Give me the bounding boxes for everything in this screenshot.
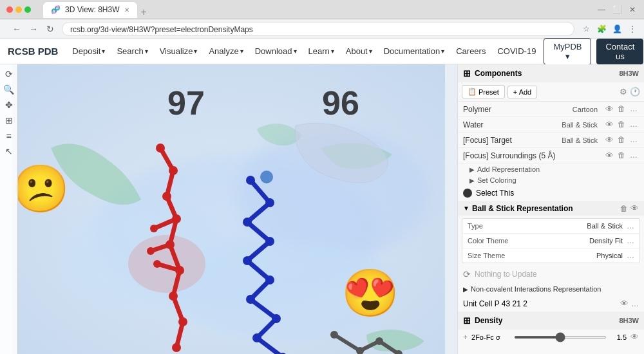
set-coloring-row[interactable]: ▶ Set Coloring bbox=[458, 174, 644, 185]
density-header: ⊞ Density 8H3W bbox=[458, 312, 644, 330]
refresh-icon[interactable]: ⟳ bbox=[463, 269, 471, 279]
zoom-btn[interactable]: 🔍 bbox=[2, 82, 16, 97]
water-vis-icon[interactable]: 👁 bbox=[604, 120, 614, 129]
mypdb-btn[interactable]: MyPDB ▾ bbox=[544, 38, 591, 65]
water-row[interactable]: Water Ball & Stick 👁 🗑 … bbox=[458, 117, 644, 133]
add-btn[interactable]: + Add bbox=[507, 86, 537, 98]
focus-target-type: Ball & Stick bbox=[562, 136, 598, 144]
polymer-more-icon[interactable]: … bbox=[629, 104, 639, 114]
tab-close-btn[interactable]: ✕ bbox=[124, 6, 129, 14]
panel-settings-icon[interactable]: ⚙ bbox=[620, 87, 627, 97]
nav-careers[interactable]: Careers bbox=[451, 39, 491, 64]
browser-restore[interactable]: ⬜ bbox=[611, 3, 623, 16]
mol-viewer[interactable]: ⟳ 🔍 ✥ ⊞ ≡ ↖ bbox=[0, 64, 457, 354]
forward-btn[interactable]: → bbox=[27, 23, 40, 35]
reload-btn[interactable]: ↻ bbox=[44, 23, 57, 35]
density-vis-icon[interactable]: 👁 bbox=[630, 332, 639, 342]
focus-surr-vis-icon[interactable]: 👁 bbox=[604, 151, 614, 160]
density-badge: 8H3W bbox=[619, 317, 639, 324]
new-tab-btn[interactable]: + bbox=[140, 6, 146, 18]
focus-target-label: [Focus] Target bbox=[463, 136, 558, 145]
preset-btn[interactable]: 📋 Preset bbox=[462, 85, 505, 98]
focus-target-vis-icon[interactable]: 👁 bbox=[604, 135, 614, 145]
panel-history-icon[interactable]: 🕐 bbox=[630, 87, 640, 97]
density-slider[interactable] bbox=[514, 336, 607, 339]
density-row-label: 2Fo-Fc σ bbox=[471, 333, 510, 341]
polymer-trash-icon[interactable]: 🗑 bbox=[616, 104, 627, 114]
nav-visualize[interactable]: Visualize ▾ bbox=[155, 39, 203, 64]
noncov-arrow: ▶ bbox=[463, 286, 468, 293]
window-max-btn[interactable] bbox=[24, 6, 31, 13]
menu-3d-btn[interactable]: ≡ bbox=[2, 129, 16, 143]
contact-btn[interactable]: Contact us bbox=[596, 39, 643, 64]
browser-close[interactable]: ✕ bbox=[626, 3, 639, 16]
polymer-row[interactable]: Polymer Cartoon 👁 🗑 … bbox=[458, 102, 644, 117]
water-trash-icon[interactable]: 🗑 bbox=[616, 120, 627, 129]
ball-stick-vis-icon[interactable]: 👁 bbox=[630, 203, 639, 213]
nav-about[interactable]: About ▾ bbox=[341, 39, 377, 64]
focus-target-more-icon[interactable]: … bbox=[629, 135, 639, 145]
unit-cell-more-icon[interactable]: … bbox=[631, 299, 639, 308]
window-close-btn[interactable] bbox=[6, 6, 13, 13]
noncov-label: Non-covalent Interactions Representation bbox=[471, 285, 601, 293]
deposit-arrow: ▾ bbox=[102, 48, 105, 55]
viewer-toolbar: ⟳ 🔍 ✥ ⊞ ≡ ↖ bbox=[0, 64, 18, 354]
water-label: Water bbox=[463, 120, 558, 129]
focus-surr-trash-icon[interactable]: 🗑 bbox=[616, 151, 627, 160]
svg-point-26 bbox=[150, 225, 158, 232]
noncov-row[interactable]: ▶ Non-covalent Interactions Representati… bbox=[458, 283, 644, 295]
nav-covid[interactable]: COVID-19 bbox=[492, 39, 541, 64]
size-theme-row: Size Theme Physical … bbox=[462, 248, 639, 263]
svg-point-22 bbox=[175, 266, 184, 275]
profile-btn[interactable]: 👤 bbox=[611, 23, 623, 35]
focus-surr-more-icon[interactable]: … bbox=[629, 151, 639, 160]
extensions-btn[interactable]: 🧩 bbox=[595, 23, 608, 35]
pointer-btn[interactable]: ↖ bbox=[2, 144, 16, 158]
nav-deposit[interactable]: Deposit ▾ bbox=[67, 39, 110, 64]
tab-title: 3D View: 8H3W bbox=[65, 5, 119, 14]
nav-download[interactable]: Download ▾ bbox=[250, 39, 302, 64]
bookmark-btn[interactable]: ☆ bbox=[580, 23, 592, 35]
density-plus-icon[interactable]: + bbox=[463, 333, 468, 342]
polymer-vis-icon[interactable]: 👁 bbox=[604, 104, 614, 114]
ball-stick-expand[interactable]: ▼ bbox=[463, 205, 469, 212]
select-btn[interactable]: ✥ bbox=[2, 98, 16, 112]
select-this-row[interactable]: Select This bbox=[458, 185, 644, 201]
ball-stick-trash-icon[interactable]: 🗑 bbox=[620, 204, 628, 213]
svg-point-25 bbox=[172, 343, 181, 352]
type-label: Type bbox=[468, 222, 583, 230]
svg-point-18 bbox=[169, 166, 178, 175]
window-min-btn[interactable] bbox=[15, 6, 22, 13]
address-bar[interactable]: rcsb.org/3d-view/8H3W?preset=electronDen… bbox=[62, 22, 574, 36]
ball-stick-header: ▼ Ball & Stick Representation 🗑 👁 bbox=[458, 201, 644, 216]
svg-point-27 bbox=[147, 247, 155, 255]
nav-search[interactable]: Search ▾ bbox=[111, 39, 153, 64]
back-btn[interactable]: ← bbox=[10, 23, 23, 35]
density-icon: ⊞ bbox=[463, 315, 471, 326]
focus-surroundings-row[interactable]: [Focus] Surroundings (5 Å) 👁 🗑 … bbox=[458, 148, 644, 163]
color-more[interactable]: … bbox=[627, 236, 634, 245]
nav-learn[interactable]: Learn ▾ bbox=[303, 39, 339, 64]
size-more[interactable]: … bbox=[627, 251, 634, 260]
tab-favicon: 🧬 bbox=[51, 5, 60, 14]
nav-documentation[interactable]: Documentation ▾ bbox=[379, 39, 450, 64]
search-arrow: ▾ bbox=[145, 48, 148, 55]
select-this-label: Select This bbox=[476, 189, 514, 198]
toggle-btn[interactable]: ⊞ bbox=[2, 113, 16, 127]
menu-btn[interactable]: ⋮ bbox=[626, 23, 639, 35]
svg-point-43 bbox=[243, 256, 252, 265]
select-this-icon bbox=[463, 189, 472, 198]
water-more-icon[interactable]: … bbox=[629, 120, 639, 129]
focus-target-row[interactable]: [Focus] Target Ball & Stick 👁 🗑 … bbox=[458, 133, 644, 148]
reset-view-btn[interactable]: ⟳ bbox=[2, 67, 16, 81]
svg-point-23 bbox=[169, 292, 178, 301]
documentation-arrow: ▾ bbox=[441, 48, 444, 55]
add-representation-row[interactable]: ▶ Add Representation bbox=[458, 163, 644, 174]
focus-target-trash-icon[interactable]: 🗑 bbox=[616, 135, 627, 145]
browser-tab[interactable]: 🧬 3D View: 8H3W ✕ bbox=[43, 1, 138, 18]
browser-minimize[interactable]: — bbox=[595, 3, 608, 16]
water-type: Ball & Stick bbox=[562, 121, 598, 129]
type-more[interactable]: … bbox=[627, 221, 634, 230]
nav-analyze[interactable]: Analyze ▾ bbox=[204, 39, 248, 64]
unit-cell-vis-icon[interactable]: 👁 bbox=[620, 299, 629, 308]
